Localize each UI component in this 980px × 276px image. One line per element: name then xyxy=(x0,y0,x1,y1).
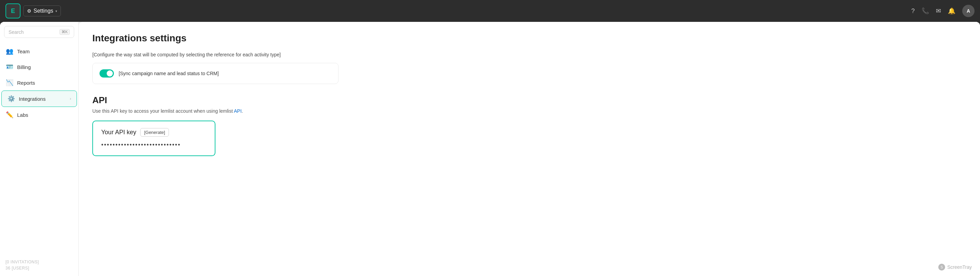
chevron-down-icon: ▾ xyxy=(56,9,57,13)
api-key-card: Your API key [Generate] ••••••••••••••••… xyxy=(92,121,215,156)
screentray-label: ScreenTray xyxy=(947,264,972,270)
page-title: Integrations settings xyxy=(92,33,966,44)
api-link[interactable]: API xyxy=(234,108,242,114)
sidebar-item-label: Reports xyxy=(17,80,73,86)
sync-card: [Sync campaign name and lead status to C… xyxy=(92,63,339,84)
config-notice: [Configure the way stat will be computed… xyxy=(92,52,966,57)
sidebar-nav: 👥 Team 🪪 Billing 📉 Reports ⚙️ Integratio… xyxy=(0,43,78,255)
chevron-right-icon: › xyxy=(70,96,71,101)
sidebar-item-label: Billing xyxy=(17,64,73,70)
sidebar: Search ⌘K 👥 Team 🪪 Billing 📉 Reports ⚙️ … xyxy=(0,22,79,276)
reports-icon: 📉 xyxy=(5,79,14,86)
top-nav-left: E ⚙ Settings ▾ xyxy=(5,3,61,19)
search-box[interactable]: Search ⌘K xyxy=(4,26,74,38)
settings-menu-button[interactable]: ⚙ Settings ▾ xyxy=(23,5,61,16)
mail-icon[interactable]: ✉ xyxy=(936,7,941,15)
sync-toggle[interactable] xyxy=(100,69,114,78)
phone-icon[interactable]: 📞 xyxy=(921,7,929,15)
api-key-value: •••••••••••••••••••••••••••• xyxy=(101,141,207,149)
api-section-title: API xyxy=(92,95,966,106)
sidebar-item-labs[interactable]: ✏️ Labs xyxy=(0,107,78,123)
sidebar-item-reports[interactable]: 📉 Reports xyxy=(0,75,78,90)
sidebar-footer: [0 INVITATIONS] 36 [USERS] xyxy=(0,255,78,276)
api-description: Use this API key to access your lemlist … xyxy=(92,108,966,114)
api-key-label: Your API key xyxy=(101,129,136,136)
main-content: Integrations settings [Configure the way… xyxy=(79,22,980,276)
invitations-count: [0 INVITATIONS] xyxy=(5,260,73,264)
app-logo-button[interactable]: E xyxy=(5,3,21,19)
settings-label: Settings xyxy=(33,8,53,14)
sidebar-item-label: Labs xyxy=(17,112,73,118)
main-layout: Search ⌘K 👥 Team 🪪 Billing 📉 Reports ⚙️ … xyxy=(0,22,980,276)
help-icon[interactable]: ? xyxy=(911,8,915,15)
team-icon: 👥 xyxy=(5,48,14,55)
sidebar-item-label: Team xyxy=(17,49,73,54)
top-nav-right: ? 📞 ✉ 🔔 A xyxy=(911,5,975,17)
sync-label: [Sync campaign name and lead status to C… xyxy=(119,71,219,76)
sidebar-item-billing[interactable]: 🪪 Billing xyxy=(0,59,78,75)
top-nav: E ⚙ Settings ▾ ? 📞 ✉ 🔔 A xyxy=(0,0,980,22)
api-key-header: Your API key [Generate] xyxy=(101,128,207,136)
bell-icon[interactable]: 🔔 xyxy=(948,7,955,15)
sidebar-item-label: Integrations xyxy=(19,96,66,102)
screentray-brand: S ScreenTray xyxy=(938,264,972,271)
avatar[interactable]: A xyxy=(962,5,975,17)
search-kbd: ⌘K xyxy=(59,29,70,35)
sidebar-item-team[interactable]: 👥 Team xyxy=(0,43,78,59)
integrations-icon: ⚙️ xyxy=(7,95,15,103)
screentray-icon: S xyxy=(938,264,945,271)
gear-icon: ⚙ xyxy=(27,8,32,14)
sidebar-item-integrations[interactable]: ⚙️ Integrations › xyxy=(2,90,77,107)
billing-icon: 🪪 xyxy=(5,63,14,71)
generate-button[interactable]: [Generate] xyxy=(140,128,169,136)
labs-icon: ✏️ xyxy=(5,111,14,119)
users-count: 36 [USERS] xyxy=(5,266,73,271)
search-placeholder: Search xyxy=(8,29,24,35)
